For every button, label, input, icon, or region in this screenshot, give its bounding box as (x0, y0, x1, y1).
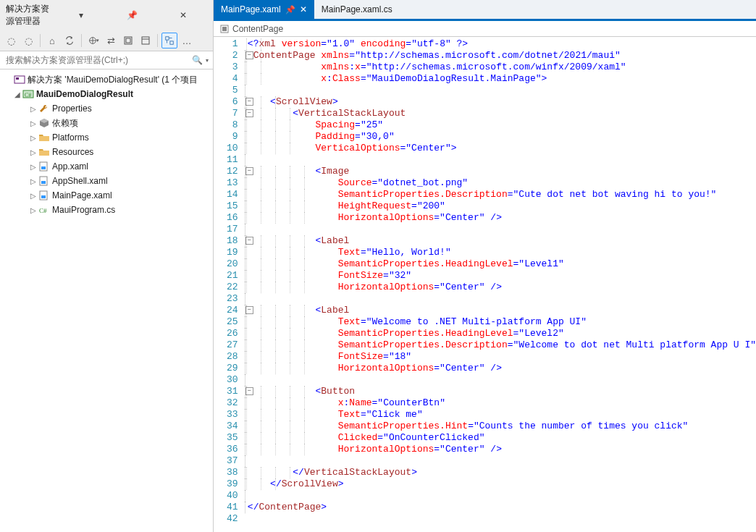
code-line[interactable]: <VerticalStackLayout (248, 108, 756, 119)
twisty-icon[interactable]: ▷ (29, 119, 38, 127)
overflow-button[interactable]: … (179, 33, 195, 48)
code-line[interactable]: <ScrollView> (248, 96, 756, 108)
tree-item[interactable]: ▷Resources (0, 145, 213, 159)
code-line[interactable]: x:Class="MauiDemoDialogResult.MainPage"> (248, 73, 756, 85)
code-line[interactable]: FontSize="18" (248, 351, 756, 363)
code-line[interactable]: <?xml version="1.0" encoding="utf-8" ?> (248, 38, 756, 50)
code-line[interactable]: </ContentPage> (248, 502, 756, 513)
code-line[interactable]: HorizontalOptions="Center" /> (248, 212, 756, 224)
file-icon (38, 190, 51, 201)
code-line[interactable]: <Button (248, 386, 756, 397)
properties-button[interactable] (161, 33, 177, 48)
code-line[interactable]: HorizontalOptions="Center" /> (248, 444, 756, 455)
collapse-button[interactable] (120, 33, 136, 48)
show-all-button[interactable] (138, 33, 154, 48)
code-line[interactable]: FontSize="32" (248, 270, 756, 282)
twisty-icon[interactable]: ▷ (29, 134, 38, 142)
project-node[interactable]: ◢ C# MauiDemoDialogResult (0, 87, 213, 101)
code-line[interactable]: Spacing="25" (248, 119, 756, 131)
code-line[interactable]: Text="Click me" (248, 409, 756, 421)
code-line[interactable]: <Label (248, 235, 756, 247)
code-line[interactable]: Clicked="OnCounterClicked" (248, 432, 756, 444)
code-line[interactable]: <ContentPage xmlns="http://schemas.micro… (248, 50, 756, 62)
close-icon[interactable]: ✕ (159, 10, 208, 20)
code-line[interactable]: xmlns:x="http://schemas.microsoft.com/wi… (248, 62, 756, 73)
tree-item[interactable]: ▷Platforms (0, 130, 213, 145)
forward-button[interactable]: ◌ (20, 33, 36, 48)
tab-label: MainPage.xaml.cs (322, 4, 392, 14)
twisty-icon[interactable]: ▷ (29, 105, 38, 113)
twisty-icon[interactable]: ▷ (29, 206, 38, 214)
solution-tree[interactable]: 解决方案 'MauiDemoDialogResult' (1 个项目 ◢ C# … (0, 69, 213, 532)
tab-mainpage-xaml-cs[interactable]: MainPage.xaml.cs (314, 0, 400, 19)
code-line[interactable] (248, 490, 756, 502)
twisty-icon[interactable]: ◢ (13, 90, 22, 98)
code-content[interactable]: <?xml version="1.0" encoding="utf-8" ?><… (246, 37, 756, 532)
tree-item-label: Platforms (52, 132, 89, 143)
project-label: MauiDemoDialogResult (36, 89, 133, 99)
tree-item[interactable]: ▷C#MauiProgram.cs (0, 203, 213, 217)
code-editor[interactable]: 1234567891011121314151617181920212223242… (214, 37, 756, 532)
code-line[interactable]: Text="Hello, World!" (248, 247, 756, 258)
twisty-icon[interactable]: ▷ (29, 177, 38, 185)
solution-explorer-panel: 解决方案资源管理器 ▾ 📌 ✕ ◌ ◌ ⌂ ▾ ⇄ … 🔍 ▾ (0, 0, 214, 532)
code-line[interactable] (248, 85, 756, 96)
code-line[interactable]: HorizontalOptions="Center" /> (248, 363, 756, 374)
code-line[interactable]: </VerticalStackLayout> (248, 467, 756, 478)
tree-item[interactable]: ▷AppShell.xaml (0, 174, 213, 188)
code-line[interactable] (248, 224, 756, 235)
code-line[interactable] (248, 293, 756, 305)
code-line[interactable]: SemanticProperties.HeadingLevel="Level2" (248, 328, 756, 339)
tree-item-label: App.xaml (52, 161, 88, 172)
tree-item[interactable]: ▷Properties (0, 101, 213, 116)
code-line[interactable] (248, 455, 756, 467)
code-line[interactable]: <Label (248, 305, 756, 316)
svg-rect-2 (126, 38, 130, 43)
search-dropdown-icon[interactable]: ▾ (206, 57, 209, 64)
code-line[interactable]: SemanticProperties.Hint="Counts the numb… (248, 421, 756, 432)
close-icon[interactable]: ✕ (300, 4, 307, 14)
pin-icon[interactable]: 📌 (285, 5, 295, 14)
back-button[interactable]: ◌ (3, 33, 19, 48)
editor-breadcrumb[interactable]: ContentPage (214, 21, 756, 37)
code-line[interactable]: VerticalOptions="Center"> (248, 143, 756, 154)
svg-rect-5 (170, 41, 173, 44)
tree-item[interactable]: ▷MainPage.xaml (0, 188, 213, 203)
svg-rect-18 (222, 27, 227, 31)
code-line[interactable]: HorizontalOptions="Center" /> (248, 282, 756, 293)
home-button[interactable]: ⌂ (44, 33, 60, 48)
pin-icon[interactable]: 📌 (108, 10, 156, 20)
swap-button[interactable]: ⇄ (103, 33, 119, 48)
solution-explorer-title: 解决方案资源管理器 (6, 3, 54, 28)
code-line[interactable] (248, 513, 756, 525)
editor-panel: MainPage.xaml 📌 ✕ MainPage.xaml.cs Conte… (214, 0, 756, 532)
twisty-icon[interactable]: ▷ (29, 148, 38, 156)
tree-item-label: Resources (52, 147, 93, 157)
twisty-icon[interactable]: ▷ (29, 192, 38, 200)
dropdown-icon[interactable]: ▾ (57, 10, 106, 20)
code-line[interactable]: </ScrollView> (248, 478, 756, 490)
tab-mainpage-xaml[interactable]: MainPage.xaml 📌 ✕ (214, 0, 314, 19)
filter-button[interactable]: ▾ (85, 33, 101, 48)
code-line[interactable]: x:Name="CounterBtn" (248, 397, 756, 409)
code-line[interactable]: Source="dotnet_bot.png" (248, 177, 756, 189)
code-line[interactable]: SemanticProperties.Description="Welcome … (248, 339, 756, 351)
code-line[interactable]: Text="Welcome to .NET Multi-platform App… (248, 316, 756, 328)
tree-item[interactable]: ▷App.xaml (0, 159, 213, 174)
svg-rect-4 (166, 37, 169, 40)
search-input[interactable] (4, 53, 190, 67)
tree-item-label: 依赖项 (52, 117, 78, 130)
solution-explorer-search[interactable]: 🔍 ▾ (0, 51, 213, 69)
code-line[interactable]: SemanticProperties.Description="Cute dot… (248, 189, 756, 200)
search-icon[interactable]: 🔍 (190, 55, 204, 65)
twisty-icon[interactable]: ▷ (29, 163, 38, 171)
code-line[interactable]: HeightRequest="200" (248, 200, 756, 212)
code-line[interactable] (248, 374, 756, 386)
sync-button[interactable] (62, 33, 77, 48)
code-line[interactable]: Padding="30,0" (248, 131, 756, 143)
solution-node[interactable]: 解决方案 'MauiDemoDialogResult' (1 个项目 (0, 72, 213, 87)
code-line[interactable]: SemanticProperties.HeadingLevel="Level1" (248, 258, 756, 270)
code-line[interactable]: <Image (248, 166, 756, 177)
tree-item[interactable]: ▷依赖项 (0, 116, 213, 130)
code-line[interactable] (248, 154, 756, 166)
